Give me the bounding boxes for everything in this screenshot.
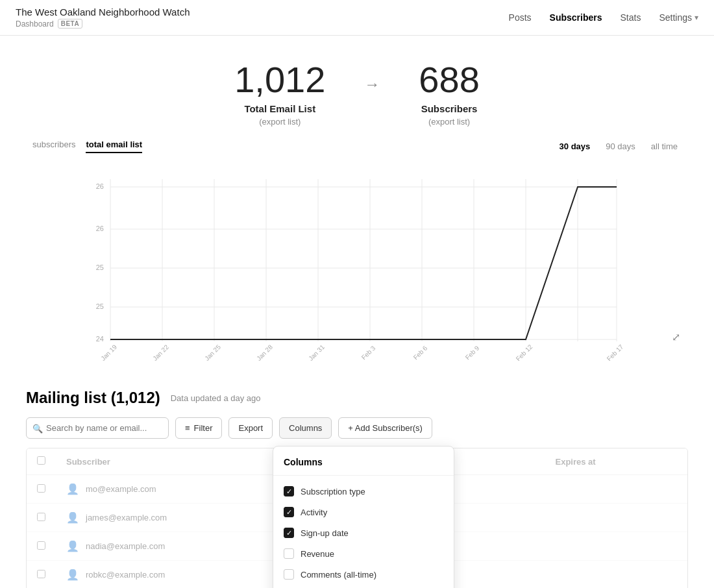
col-revenue[interactable]: Revenue: [273, 543, 454, 564]
checkbox-activity[interactable]: ✓: [284, 507, 294, 517]
svg-text:Jan 25: Jan 25: [203, 343, 222, 361]
subscribers-stat: 688 Subscribers (export list): [419, 62, 479, 127]
svg-text:Feb 17: Feb 17: [606, 343, 625, 361]
total-email-export[interactable]: (export list): [234, 117, 325, 127]
expand-chart-icon[interactable]: ⤢: [672, 331, 680, 343]
col-signup-date[interactable]: ✓ Sign-up date: [273, 522, 454, 543]
chart-container: 26 26 25 25 24 Jan: [26, 160, 688, 363]
brand: The West Oakland Neighborhood Watch Dash…: [16, 6, 190, 29]
search-wrapper: 🔍: [26, 417, 169, 439]
subscribers-label: Subscribers: [419, 103, 479, 114]
checkbox-revenue[interactable]: [284, 548, 294, 559]
toolbar: 🔍 ≡ Filter Export Columns + Add Subscrib…: [26, 417, 688, 439]
nav-stats[interactable]: Stats: [621, 12, 641, 23]
header: The West Oakland Neighborhood Watch Dash…: [0, 0, 714, 36]
beta-badge: BETA: [58, 19, 82, 29]
nav-settings-dropdown[interactable]: Settings ▾: [659, 12, 698, 23]
subscribers-export[interactable]: (export list): [419, 117, 479, 127]
svg-text:Jan 22: Jan 22: [151, 343, 170, 361]
nav-posts[interactable]: Posts: [509, 12, 532, 23]
svg-text:25: 25: [96, 302, 104, 310]
time-30-btn[interactable]: 30 days: [556, 140, 595, 153]
search-icon: 🔍: [32, 423, 43, 433]
col-activity-label: Activity: [301, 508, 327, 517]
dropdown-title: Columns: [273, 457, 454, 476]
svg-text:24: 24: [96, 335, 104, 343]
svg-text:Feb 3: Feb 3: [360, 344, 377, 361]
checkbox-comments-alltime[interactable]: [284, 569, 294, 580]
mailing-title: Mailing list (1,012): [26, 389, 160, 407]
add-subscriber-button[interactable]: + Add Subscriber(s): [338, 417, 432, 439]
col-activity[interactable]: ✓ Activity: [273, 502, 454, 522]
subscribers-number: 688: [419, 62, 479, 98]
total-email-number: 1,012: [234, 62, 325, 98]
col-comments-7-days[interactable]: Comments (last 7 days): [273, 585, 454, 588]
col-revenue-label: Revenue: [301, 549, 334, 559]
main-nav: Posts Subscribers Stats Settings ▾: [509, 12, 698, 23]
svg-text:Jan 19: Jan 19: [99, 343, 118, 361]
nav-subscribers[interactable]: Subscribers: [550, 12, 602, 23]
svg-text:26: 26: [96, 182, 104, 190]
svg-text:Feb 12: Feb 12: [515, 343, 534, 361]
export-button[interactable]: Export: [228, 417, 273, 439]
tab-total-email[interactable]: total email list: [86, 140, 142, 153]
col-subscription-type[interactable]: ✓ Subscription type: [273, 481, 454, 502]
col-comments-all-time[interactable]: Comments (all-time): [273, 564, 454, 585]
checkbox-subscription-type[interactable]: ✓: [284, 486, 294, 496]
mailing-section: Mailing list (1,012) Data updated a day …: [0, 376, 714, 588]
col-comments-alltime-label: Comments (all-time): [301, 570, 376, 580]
chart-section: subscribers total email list 30 days 90 …: [0, 140, 714, 376]
col-signup-date-label: Sign-up date: [301, 528, 349, 538]
svg-text:Jan 31: Jan 31: [307, 343, 326, 361]
svg-text:26: 26: [96, 225, 104, 232]
checkbox-signup-date[interactable]: ✓: [284, 528, 294, 538]
arrow-divider: →: [325, 75, 419, 93]
data-updated: Data updated a day ago: [171, 393, 261, 403]
stats-section: 1,012 Total Email List (export list) → 6…: [0, 36, 714, 140]
filter-icon: ≡: [185, 423, 190, 433]
svg-text:Jan 28: Jan 28: [255, 343, 274, 361]
chevron-down-icon: ▾: [695, 13, 698, 22]
total-email-label: Total Email List: [234, 103, 325, 114]
line-chart: 26 26 25 25 24 Jan: [26, 160, 688, 361]
tab-subscribers[interactable]: subscribers: [32, 140, 75, 153]
time-90-btn[interactable]: 90 days: [602, 140, 639, 153]
svg-text:25: 25: [96, 263, 104, 271]
chart-tabs: subscribers total email list 30 days 90 …: [26, 140, 688, 153]
svg-text:Feb 9: Feb 9: [464, 344, 481, 361]
dashboard-label: Dashboard: [16, 19, 54, 29]
filter-button[interactable]: ≡ Filter: [175, 417, 222, 439]
col-subscription-type-label: Subscription type: [301, 487, 365, 496]
site-title: The West Oakland Neighborhood Watch: [16, 6, 190, 18]
time-all-btn[interactable]: all time: [647, 140, 682, 153]
nav-settings: Settings: [659, 12, 692, 23]
search-input[interactable]: [26, 417, 169, 439]
svg-text:Feb 6: Feb 6: [412, 344, 429, 361]
total-email-stat: 1,012 Total Email List (export list): [234, 62, 325, 127]
mailing-header: Mailing list (1,012) Data updated a day …: [26, 389, 688, 407]
columns-button[interactable]: Columns: [279, 417, 332, 439]
columns-dropdown: Columns ✓ Subscription type ✓ Activity ✓…: [273, 446, 454, 588]
